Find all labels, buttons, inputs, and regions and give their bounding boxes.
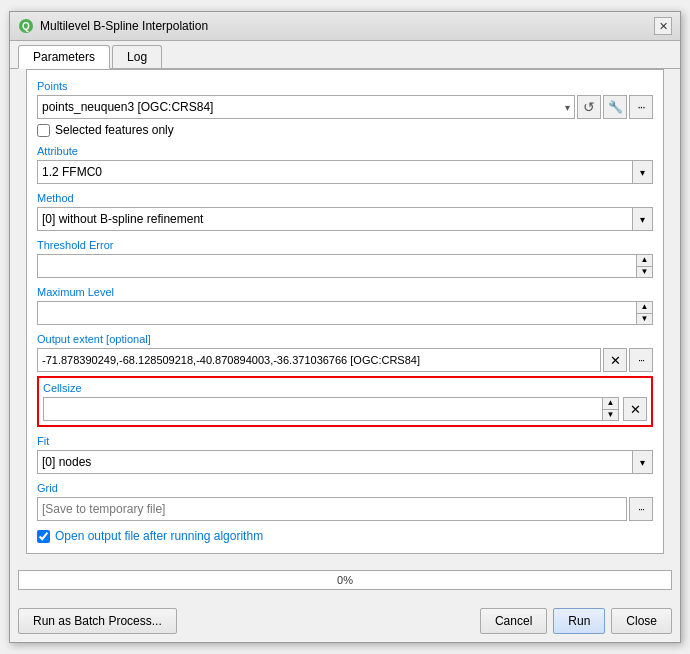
output-extent-value[interactable]: -71.878390249,-68.128509218,-40.87089400… <box>37 348 601 372</box>
attribute-label: Attribute <box>37 145 653 157</box>
cellsize-clear-button[interactable]: ✕ <box>623 397 647 421</box>
method-select[interactable]: [0] without B-spline refinement <box>38 208 632 230</box>
cellsize-down-button[interactable]: ▼ <box>603 410 618 421</box>
close-window-button[interactable]: ✕ <box>654 17 672 35</box>
threshold-spin-buttons: ▲ ▼ <box>636 255 652 277</box>
threshold-spinbox[interactable]: 0.000100 ▲ ▼ <box>37 254 653 278</box>
run-button[interactable]: Run <box>553 608 605 634</box>
progress-area: 0% <box>10 562 680 604</box>
tab-log[interactable]: Log <box>112 45 162 68</box>
threshold-input[interactable]: 0.000100 <box>38 255 636 277</box>
batch-process-button[interactable]: Run as Batch Process... <box>18 608 177 634</box>
points-label: Points <box>37 80 653 92</box>
output-extent-clear-button[interactable]: ✕ <box>603 348 627 372</box>
cellsize-section: Cellsize 0.001000 ▲ ▼ ✕ <box>37 376 653 427</box>
threshold-up-button[interactable]: ▲ <box>637 255 652 267</box>
max-level-spinbox[interactable]: 11 ▲ ▼ <box>37 301 653 325</box>
main-content: Points points_neuquen3 [OGC:CRS84] ▾ ↺ 🔧… <box>10 69 680 554</box>
progress-label: 0% <box>337 574 353 586</box>
selected-features-checkbox[interactable] <box>37 124 50 137</box>
output-extent-label: Output extent [optional] <box>37 333 653 345</box>
fit-select[interactable]: [0] nodes <box>38 451 632 473</box>
output-extent-dots-button[interactable]: ··· <box>629 348 653 372</box>
tab-bar: Parameters Log <box>10 41 680 69</box>
fit-dropdown-arrow: ▾ <box>632 451 652 473</box>
extent-dots-icon: ··· <box>638 354 644 366</box>
title-bar: Q Multilevel B-Spline Interpolation ✕ <box>10 12 680 41</box>
threshold-label: Threshold Error <box>37 239 653 251</box>
points-refresh-button[interactable]: ↺ <box>577 95 601 119</box>
cellsize-up-button[interactable]: ▲ <box>603 398 618 410</box>
max-level-spin-buttons: ▲ ▼ <box>636 302 652 324</box>
points-dots-button[interactable]: ··· <box>629 95 653 119</box>
cellsize-row: 0.001000 ▲ ▼ ✕ <box>43 397 647 421</box>
attribute-select[interactable]: 1.2 FFMC0 <box>38 161 632 183</box>
grid-dots-icon: ··· <box>638 503 644 515</box>
output-extent-row: -71.878390249,-68.128509218,-40.87089400… <box>37 348 653 372</box>
grid-label: Grid <box>37 482 653 494</box>
points-row: points_neuquen3 [OGC:CRS84] ▾ ↺ 🔧 ··· <box>37 95 653 119</box>
points-dropdown-arrow: ▾ <box>565 102 570 113</box>
wrench-icon: 🔧 <box>608 100 623 114</box>
max-level-down-button[interactable]: ▼ <box>637 314 652 325</box>
clear-icon: ✕ <box>610 353 621 368</box>
cellsize-spin-buttons: ▲ ▼ <box>602 398 618 420</box>
grid-dots-button[interactable]: ··· <box>629 497 653 521</box>
fit-select-row[interactable]: [0] nodes ▾ <box>37 450 653 474</box>
window-title: Multilevel B-Spline Interpolation <box>40 19 208 33</box>
open-output-row: Open output file after running algorithm <box>37 529 653 543</box>
attribute-dropdown-arrow: ▾ <box>632 161 652 183</box>
title-bar-left: Q Multilevel B-Spline Interpolation <box>18 18 208 34</box>
threshold-down-button[interactable]: ▼ <box>637 267 652 278</box>
right-buttons: Cancel Run Close <box>480 608 672 634</box>
bottom-buttons: Run as Batch Process... Cancel Run Close <box>10 604 680 642</box>
selected-features-row: Selected features only <box>37 123 653 137</box>
open-output-label: Open output file after running algorithm <box>55 529 263 543</box>
max-level-input[interactable]: 11 <box>38 302 636 324</box>
max-level-label: Maximum Level <box>37 286 653 298</box>
parameters-panel: Points points_neuquen3 [OGC:CRS84] ▾ ↺ 🔧… <box>26 69 664 554</box>
cellsize-clear-icon: ✕ <box>630 402 641 417</box>
grid-input[interactable] <box>37 497 627 521</box>
app-icon: Q <box>18 18 34 34</box>
attribute-select-row[interactable]: 1.2 FFMC0 ▾ <box>37 160 653 184</box>
tab-parameters[interactable]: Parameters <box>18 45 110 69</box>
selected-features-label: Selected features only <box>55 123 174 137</box>
svg-text:Q: Q <box>22 21 30 32</box>
dots-icon: ··· <box>637 100 644 114</box>
cellsize-input[interactable]: 0.001000 <box>44 398 602 420</box>
fit-label: Fit <box>37 435 653 447</box>
method-dropdown-arrow: ▾ <box>632 208 652 230</box>
open-output-checkbox[interactable] <box>37 530 50 543</box>
close-button[interactable]: Close <box>611 608 672 634</box>
refresh-icon: ↺ <box>583 99 595 115</box>
points-value: points_neuquen3 [OGC:CRS84] <box>42 100 565 114</box>
cellsize-label: Cellsize <box>43 382 647 394</box>
main-window: Q Multilevel B-Spline Interpolation ✕ Pa… <box>9 11 681 643</box>
points-wrench-button[interactable]: 🔧 <box>603 95 627 119</box>
method-label: Method <box>37 192 653 204</box>
progress-bar-container: 0% <box>18 570 672 590</box>
cancel-button[interactable]: Cancel <box>480 608 547 634</box>
grid-row: ··· <box>37 497 653 521</box>
max-level-up-button[interactable]: ▲ <box>637 302 652 314</box>
method-select-row[interactable]: [0] without B-spline refinement ▾ <box>37 207 653 231</box>
points-combobox[interactable]: points_neuquen3 [OGC:CRS84] ▾ <box>37 95 575 119</box>
cellsize-spinbox[interactable]: 0.001000 ▲ ▼ <box>43 397 619 421</box>
